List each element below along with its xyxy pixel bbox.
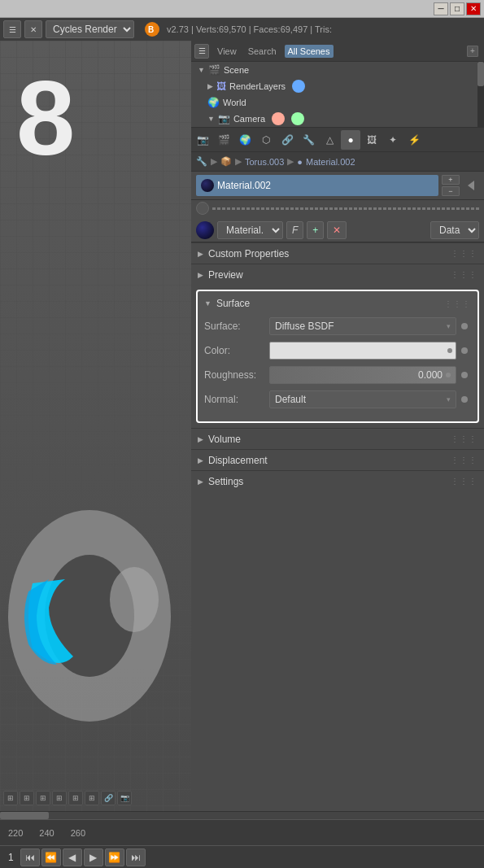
title-bar: ─ □ ✕ [0,0,484,18]
play-next-btn[interactable]: ⏩ [105,848,124,866]
context-toolbar: Material. F + ✕ Data [191,218,484,242]
displacement-arrow: ▶ [198,456,203,465]
prop-icon-particles[interactable]: ✦ [383,130,403,150]
roughness-dot-btn[interactable] [458,372,471,378]
settings-header[interactable]: ▶ Settings ⋮⋮⋮ [191,470,484,491]
context-f-btn[interactable]: F [286,221,303,239]
surface-type-label: Surface: [204,321,269,332]
play-fwd-btn[interactable]: ▶ [84,848,103,866]
normal-dot-btn[interactable] [458,396,471,403]
frame-220: 220 [8,828,23,838]
settings-label: Settings [208,476,243,487]
surface-type-dot-btn[interactable] [458,323,471,329]
context-plus-btn[interactable]: + [307,221,324,239]
prop-icon-modifier[interactable]: 🔧 [299,130,318,150]
context-x-btn[interactable]: ✕ [327,221,347,239]
preview-header[interactable]: ▶ Preview ⋮⋮⋮ [191,264,484,285]
color-field[interactable] [269,342,456,360]
material-circle-btn[interactable] [196,202,209,215]
prop-icon-scene[interactable]: 🎬 [214,130,233,150]
camera-icon-extra2 [291,112,304,125]
play-last-btn[interactable]: ⏭ [126,848,146,866]
prop-icon-render[interactable]: 📷 [193,130,212,150]
settings-arrow: ▶ [198,478,203,486]
breadcrumb-icon-1: 🔧 [196,156,207,167]
material-slot-down[interactable]: − [442,186,460,196]
menu-icon-btn[interactable]: ☰ [3,20,21,38]
surface-arrow: ▼ [204,299,211,308]
outliner-view-icon[interactable]: ☰ [194,44,209,59]
volume-label: Volume [208,434,241,445]
normal-field[interactable]: Default ▾ [269,390,456,408]
volume-arrow: ▶ [198,435,203,443]
3d-viewport[interactable]: 8 ⊞ ⊞ ⊞ ⊞ ⊞ ⊞ 🔗 📷 [0,41,191,811]
close-button[interactable]: ✕ [466,2,481,15]
breadcrumb-material-label[interactable]: Material.002 [306,157,355,167]
surface-type-field[interactable]: Diffuse BSDF ▾ [269,317,456,335]
prop-icon-texture[interactable]: 🖼 [362,130,382,150]
material-settings-icon[interactable] [463,179,479,192]
frame-numbers: 220 240 260 [8,828,85,838]
normal-arrow: ▾ [447,395,451,403]
outliner-view-btn[interactable]: View [214,45,240,58]
breadcrumb-material-icon[interactable]: ● [297,157,303,167]
timeline-scrollbar[interactable] [0,811,484,819]
viewport-icon-1[interactable]: ⊞ [3,791,18,805]
context-data-dropdown[interactable]: Data [430,221,479,239]
maximize-button[interactable]: □ [450,2,464,15]
camera-icon: 📷 [218,113,230,124]
breadcrumb-torus-label[interactable]: Torus.003 [245,157,284,167]
outliner-search-btn[interactable]: Search [245,45,280,58]
world-icon: 🌍 [207,97,220,108]
scene-icon: 🎬 [208,64,220,76]
outliner-renderlayers[interactable]: ▶ 🖼 RenderLayers [191,78,477,94]
viewport-link-icon[interactable]: 🔗 [101,791,116,805]
minimize-button[interactable]: ─ [434,2,448,15]
prop-icon-object[interactable]: ⬡ [256,130,276,150]
bottom-bar: 220 240 260 1 ⏮ ⏪ ◀ ▶ ⏩ ⏭ [0,811,484,868]
roughness-field[interactable]: 0.000 [269,366,456,384]
custom-properties-header[interactable]: ▶ Custom Properties ⋮⋮⋮ [191,242,484,264]
prop-icon-material[interactable]: ● [341,130,360,150]
viewport-icon-2[interactable]: ⊞ [20,791,34,805]
surface-panel-header[interactable]: ▼ Surface ⋮⋮⋮ [204,298,471,309]
prop-icon-physics[interactable]: ⚡ [404,130,424,150]
color-dot-btn[interactable] [447,348,452,353]
breadcrumb-torus[interactable]: 📦 [220,156,232,167]
outliner-scrollbar[interactable] [477,62,484,127]
volume-header[interactable]: ▶ Volume ⋮⋮⋮ [191,428,484,449]
viewport-icon-5[interactable]: ⊞ [68,791,83,805]
viewport-icon-6[interactable]: ⊞ [85,791,99,805]
outliner-world[interactable]: 🌍 World [191,94,477,111]
material-row2 [191,200,484,218]
custom-properties-dots: ⋮⋮⋮ [451,249,477,258]
play-prev-btn[interactable]: ⏪ [41,848,61,866]
prop-icon-data[interactable]: △ [320,130,339,150]
displacement-header[interactable]: ▶ Displacement ⋮⋮⋮ [191,449,484,470]
outliner-camera[interactable]: ▼ 📷 Camera [191,111,477,127]
context-type-dropdown[interactable]: Material. [217,221,283,239]
blender-logo: B [144,21,160,37]
camera-icon-extra [272,112,285,125]
prop-icon-world[interactable]: 🌍 [235,130,255,150]
material-lines [212,207,479,210]
outliner-scene[interactable]: ▼ 🎬 Scene [191,62,477,78]
material-slot-up[interactable]: + [442,175,460,185]
material-slot[interactable]: Material.002 [196,175,438,196]
play-back-btn[interactable]: ◀ [63,848,82,866]
viewport-icon-4[interactable]: ⊞ [52,791,67,805]
outliner-tree: ▼ 🎬 Scene ▶ 🖼 RenderLayers 🌍 World [191,62,477,127]
viewport-icon-3[interactable]: ⊞ [36,791,50,805]
color-dot-btn2[interactable] [458,347,471,354]
viewport-camera-icon[interactable]: 📷 [117,791,132,805]
volume-dots: ⋮⋮⋮ [451,434,477,443]
breadcrumb-sep-1: ▶ [235,156,242,167]
render-engine-dropdown[interactable]: Cycles Render [46,20,134,38]
outliner-add-btn[interactable]: + [467,46,478,57]
outliner-allscenes-btn[interactable]: All Scenes [285,45,334,58]
renderlayer-icon: 🖼 [216,81,226,92]
play-first-btn[interactable]: ⏮ [20,848,40,866]
breadcrumb-sep-2: ▶ [287,156,294,167]
prop-icon-constraints[interactable]: 🔗 [277,130,297,150]
close-icon-btn[interactable]: ✕ [24,20,42,38]
